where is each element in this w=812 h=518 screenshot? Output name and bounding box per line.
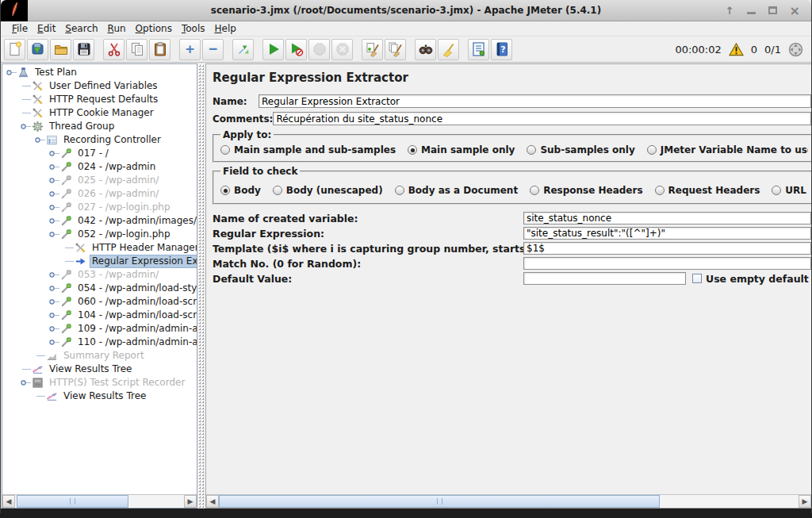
- param-input-2[interactable]: [523, 242, 811, 255]
- tree-expand-handle[interactable]: [48, 309, 60, 322]
- clear-button[interactable]: [362, 39, 383, 60]
- start-no-pauses-button[interactable]: [285, 39, 307, 60]
- tree-item[interactable]: 060 - /wp-admin/load-scrip: [2, 295, 197, 309]
- templates-button[interactable]: [27, 39, 48, 60]
- radio-unselected-icon[interactable]: [647, 145, 657, 155]
- tree-item[interactable]: Recording Controller: [2, 133, 197, 147]
- param-input-4[interactable]: [523, 272, 686, 285]
- use-empty-default-checkbox[interactable]: [692, 274, 702, 283]
- menu-tools[interactable]: Tools: [177, 22, 210, 35]
- apply-to-option[interactable]: Sub-samples only: [527, 144, 634, 155]
- tree-item[interactable]: HTTP(S) Test Script Recorder: [2, 376, 197, 389]
- tree-expand-handle[interactable]: [48, 214, 60, 228]
- menu-help[interactable]: Help: [210, 22, 241, 35]
- tree-item[interactable]: 110 - /wp-admin/admin-aja: [2, 336, 197, 349]
- tree-item[interactable]: Summary Report: [2, 349, 197, 363]
- tree-item[interactable]: View Results Tree: [2, 389, 197, 403]
- search-button[interactable]: [415, 39, 436, 60]
- scroll-left-arrow[interactable]: ◀: [2, 495, 15, 508]
- tree-item[interactable]: HTTP Request Defaults: [2, 93, 197, 106]
- tree-item[interactable]: Test Plan: [2, 66, 197, 79]
- main-scrollbar-thumb[interactable]: [219, 495, 660, 508]
- menu-options[interactable]: Options: [131, 22, 177, 35]
- apply-to-option[interactable]: JMeter Variable Name to use: [647, 143, 808, 156]
- menu-file[interactable]: File: [7, 22, 33, 35]
- menu-run[interactable]: Run: [103, 22, 131, 35]
- field-to-check-option[interactable]: Body: [220, 185, 261, 196]
- tree-expand-handle[interactable]: [20, 120, 32, 133]
- scroll-left-arrow[interactable]: ◀: [206, 495, 219, 508]
- apply-to-option[interactable]: Main sample and sub-samples: [220, 144, 396, 155]
- cut-button[interactable]: [103, 39, 124, 60]
- warning-triangle-icon[interactable]: [729, 43, 744, 56]
- new-file-button[interactable]: [4, 39, 25, 60]
- minimize-button[interactable]: [747, 12, 756, 14]
- tree-expand-handle[interactable]: [48, 295, 60, 309]
- menu-edit[interactable]: Edit: [33, 22, 60, 35]
- tree-item[interactable]: User Defined Variables: [2, 79, 197, 93]
- paste-button[interactable]: [149, 39, 170, 60]
- field-to-check-option[interactable]: Response Headers: [530, 185, 642, 196]
- tree-item[interactable]: 017 - /: [2, 147, 197, 160]
- tree-expand-handle[interactable]: [48, 268, 60, 282]
- tree-item[interactable]: 104 - /wp-admin/load-scrip: [2, 309, 197, 322]
- radio-selected-icon[interactable]: [220, 186, 230, 195]
- tree-expand-handle[interactable]: [20, 376, 32, 389]
- tree-item[interactable]: 054 - /wp-admin/load-style: [2, 282, 197, 295]
- field-to-check-option[interactable]: Body (unescaped): [273, 185, 383, 196]
- clear-all-button[interactable]: [385, 39, 406, 60]
- tree-scrollbar-thumb[interactable]: [17, 495, 128, 508]
- rollup-button[interactable]: ↑: [726, 6, 734, 16]
- tree-item[interactable]: HTTP Cookie Manager: [2, 106, 197, 120]
- scroll-right-arrow[interactable]: ▶: [799, 495, 811, 508]
- close-button[interactable]: ×: [790, 6, 800, 16]
- radio-unselected-icon[interactable]: [530, 186, 539, 195]
- function-helper-button[interactable]: [468, 39, 489, 60]
- tree-expand-handle[interactable]: [6, 66, 17, 79]
- tree-expand-handle[interactable]: [48, 282, 60, 295]
- start-button[interactable]: [262, 39, 284, 60]
- field-to-check-option[interactable]: Body as a Document: [395, 185, 518, 196]
- help-button[interactable]: ?: [491, 39, 512, 60]
- radio-selected-icon[interactable]: [408, 145, 417, 155]
- field-to-check-option[interactable]: URL: [772, 185, 806, 196]
- tree-item[interactable]: 024 - /wp-admin: [2, 160, 197, 174]
- maximize-button[interactable]: [768, 6, 777, 14]
- radio-unselected-icon[interactable]: [220, 145, 230, 155]
- panel-splitter[interactable]: [197, 63, 205, 508]
- save-button[interactable]: [73, 39, 94, 60]
- search-reset-button[interactable]: [438, 39, 459, 60]
- name-input[interactable]: [259, 94, 811, 108]
- open-file-button[interactable]: [50, 39, 71, 60]
- tree-item[interactable]: Thread Group: [2, 120, 197, 133]
- collapse-all-button[interactable]: −: [202, 39, 224, 60]
- scroll-right-arrow[interactable]: ▶: [184, 495, 197, 508]
- tree-item[interactable]: 027 - /wp-login.php: [2, 201, 197, 214]
- copy-button[interactable]: [126, 39, 147, 60]
- tree-item[interactable]: 025 - /wp-admin/: [2, 174, 197, 187]
- tree-item[interactable]: 053 - /wp-admin/: [2, 268, 197, 282]
- radio-unselected-icon[interactable]: [772, 186, 781, 195]
- tree-expand-handle[interactable]: [48, 147, 60, 160]
- tree-expand-handle[interactable]: [48, 201, 60, 214]
- tree-item[interactable]: 042 - /wp-admin/images/w: [2, 214, 197, 228]
- comments-input[interactable]: [273, 112, 811, 125]
- tree-expand-handle[interactable]: [48, 336, 60, 349]
- toggle-button[interactable]: [232, 39, 254, 60]
- tree-item[interactable]: View Results Tree: [2, 363, 197, 376]
- menu-search[interactable]: Search: [60, 22, 102, 35]
- tree-expand-handle[interactable]: [48, 228, 60, 241]
- param-input-0[interactable]: [523, 212, 811, 224]
- tree-item[interactable]: HTTP Header Manager: [2, 241, 197, 255]
- field-to-check-option[interactable]: Request Headers: [655, 185, 760, 196]
- apply-to-option[interactable]: Main sample only: [408, 144, 515, 155]
- tree-item[interactable]: 109 - /wp-admin/admin-aja: [2, 322, 197, 336]
- radio-unselected-icon[interactable]: [395, 186, 404, 195]
- tree-item[interactable]: 026 - /wp-admin/: [2, 187, 197, 201]
- tree-expand-handle[interactable]: [48, 187, 60, 201]
- tree-item[interactable]: 052 - /wp-login.php: [2, 228, 197, 241]
- tree-expand-handle[interactable]: [34, 133, 46, 147]
- expand-all-button[interactable]: +: [179, 39, 201, 60]
- param-input-1[interactable]: [523, 227, 811, 240]
- tree-item[interactable]: Regular Expression Ext: [2, 255, 197, 268]
